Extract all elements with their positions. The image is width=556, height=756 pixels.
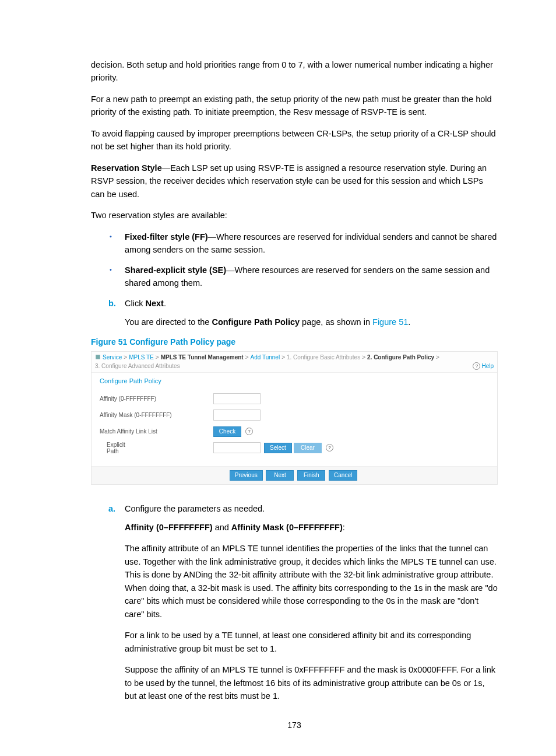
bc-sep: >: [362, 354, 365, 360]
select-button[interactable]: Select: [264, 443, 292, 453]
text-span: You are directed to the: [125, 317, 212, 327]
previous-button[interactable]: Previous: [230, 470, 263, 481]
next-label: Next: [145, 299, 163, 308]
check-button[interactable]: Check: [213, 426, 241, 437]
explicit-path-label: Explicit Path: [100, 442, 213, 454]
step-marker: b.: [108, 297, 116, 310]
text-span: .: [408, 317, 410, 327]
bc-mpls-te[interactable]: MPLS TE: [129, 354, 154, 360]
configure-path-policy-screenshot: Service > MPLS TE > MPLS TE Tunnel Manag…: [91, 351, 498, 485]
figure-51-link[interactable]: Figure 51: [372, 317, 408, 327]
affinity-mask-heading: Affinity Mask (0–FFFFFFFF): [231, 523, 343, 532]
reservation-style-label: Reservation Style: [91, 163, 162, 173]
help-label: Help: [481, 363, 494, 369]
service-icon: [95, 354, 101, 360]
body-paragraph: Affinity (0–FFFFFFFF) and Affinity Mask …: [91, 521, 498, 534]
text-span: page, as shown in: [300, 317, 372, 327]
body-paragraph: The affinity attribute of an MPLS TE tun…: [91, 542, 498, 621]
step-marker: a.: [108, 502, 115, 515]
bc-step3[interactable]: 3. Configure Advanced Attributes: [95, 363, 180, 369]
help-icon[interactable]: ?: [326, 444, 333, 452]
body-paragraph: You are directed to the Configure Path P…: [91, 316, 498, 328]
step-a: a. Configure the parameters as needed.: [91, 502, 498, 515]
page-number: 173: [91, 720, 498, 730]
bc-step2[interactable]: 2. Configure Path Policy: [367, 354, 434, 360]
list-item: Fixed-filter style (FF)—Where resources …: [91, 230, 498, 257]
breadcrumb: Service > MPLS TE > MPLS TE Tunnel Manag…: [92, 352, 497, 373]
text-span: .: [164, 299, 166, 308]
affinity-heading: Affinity (0–FFFFFFFF): [125, 523, 213, 532]
help-icon: ?: [473, 362, 480, 370]
step-b: b. Click Next.: [91, 297, 498, 310]
body-paragraph: Two reservation styles are available:: [91, 209, 498, 222]
text-span: and: [213, 523, 231, 532]
explicit-path-input[interactable]: [213, 442, 261, 453]
se-style-label: Shared-explicit style (SE): [125, 265, 226, 275]
configure-path-policy-label: Configure Path Policy: [212, 317, 300, 327]
panel-body: Affinity (0-FFFFFFFF) Affinity Mask (0-F…: [92, 389, 497, 466]
body-paragraph: For a new path to preempt an existing pa…: [91, 93, 498, 119]
reservation-styles-list: Fixed-filter style (FF)—Where resources …: [91, 230, 498, 290]
body-paragraph: decision. Both setup and hold priorities…: [91, 58, 498, 85]
bc-add-tunnel[interactable]: Add Tunnel: [251, 354, 280, 360]
wizard-footer: Previous Next Finish Cancel: [92, 466, 497, 484]
help-link[interactable]: ? Help: [470, 362, 494, 370]
bc-sep: >: [124, 354, 127, 360]
bc-sep: >: [245, 354, 249, 360]
affinity-label: Affinity (0-FFFFFFFF): [100, 396, 213, 402]
figure-title: Figure 51 Configure Path Policy page: [91, 337, 498, 346]
body-paragraph: Reservation Style—Each LSP set up using …: [91, 162, 498, 201]
affinity-input[interactable]: [213, 393, 261, 404]
text-span: :: [343, 523, 345, 532]
match-affinity-label: Match Affinity Link List: [100, 428, 213, 435]
cancel-button[interactable]: Cancel: [329, 470, 357, 481]
bc-sep: >: [156, 354, 159, 360]
body-paragraph: To avoid flapping caused by improper pre…: [91, 127, 498, 153]
list-item: Shared-explicit style (SE)—Where resourc…: [91, 264, 498, 290]
next-button[interactable]: Next: [266, 470, 294, 481]
affinity-mask-label: Affinity Mask (0-FFFFFFFF): [100, 412, 213, 418]
text-span: Click: [125, 299, 145, 308]
bc-sep: >: [281, 354, 285, 360]
bc-tunnel-mgmt[interactable]: MPLS TE Tunnel Management: [161, 354, 244, 360]
bc-service[interactable]: Service: [103, 354, 122, 360]
panel-title: Configure Path Policy: [92, 373, 497, 389]
affinity-mask-input[interactable]: [213, 410, 261, 421]
body-paragraph: For a link to be used by a TE tunnel, at…: [91, 629, 498, 655]
finish-button[interactable]: Finish: [297, 470, 325, 481]
text-span: Configure the parameters as needed.: [125, 504, 265, 513]
clear-button[interactable]: Clear: [294, 443, 322, 453]
body-paragraph: Suppose the affinity of an MPLS TE tunne…: [91, 663, 498, 702]
ff-style-label: Fixed-filter style (FF): [125, 232, 208, 242]
bc-step1[interactable]: 1. Configure Basic Attributes: [287, 354, 360, 360]
help-icon[interactable]: ?: [245, 428, 253, 435]
bc-sep: >: [436, 354, 439, 360]
